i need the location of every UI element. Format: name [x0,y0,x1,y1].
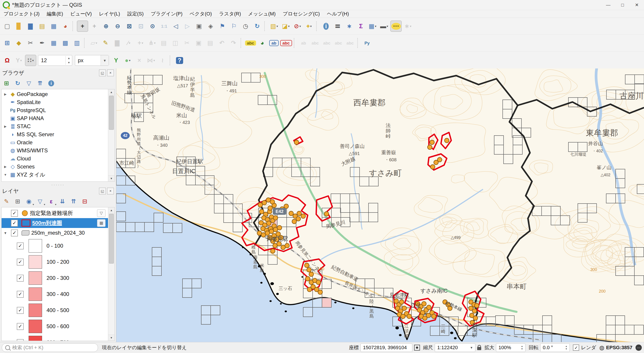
add-group-button[interactable]: ⊞ [13,197,22,206]
processing-toolbox-button[interactable]: ∗ [344,21,355,32]
legend-class-row[interactable]: ✓100 - 200 [2,254,114,270]
menu-item[interactable]: 設定(S) [124,10,147,18]
new-project-button[interactable]: ▢ [2,21,12,32]
minimize-button[interactable]: — [601,0,616,10]
zoom-last-button[interactable]: ◁ [170,21,181,32]
scroll-thumb[interactable] [109,214,114,263]
rotation-spinbox[interactable]: 0.0 ° ▲▼ [540,343,570,352]
browser-item-cloud[interactable]: ☁Cloud [2,155,114,163]
class-checkbox[interactable]: ✓ [17,242,24,249]
dropdown-arrow-icon[interactable]: ▾ [20,59,22,62]
new-print-layout-button[interactable]: ▤ [37,21,48,32]
crs-value[interactable]: EPSG:3857 [606,345,632,350]
pan-map-button[interactable]: + [77,21,88,32]
map-canvas[interactable]: E4242西牟婁郡すさみ町古座川町東牟婁郡串本町日置川IC椿駅塩津山△517三舞… [116,69,644,342]
dropdown-arrow-icon[interactable]: ▾ [44,203,45,206]
menu-item[interactable]: メッシュ(M) [245,10,279,18]
dropdown-arrow-icon[interactable]: ▾ [96,41,97,45]
collapse-all-button[interactable]: ⇈ [35,79,45,88]
spin-down-icon[interactable]: ▼ [565,348,567,350]
locator-search-input[interactable]: 検索 (Ctrl + K) [2,343,98,352]
layers-close-icon[interactable]: × [107,188,114,194]
spin-up-icon[interactable]: ▲ [521,345,523,348]
add-selected-layers-button[interactable]: ⊞ [2,79,11,88]
new-spatialite-layer-button[interactable]: ✒ [37,38,48,48]
zoom-out-button[interactable]: ⊖ [112,21,123,32]
filter-legend-button[interactable]: ▽▾ [35,197,45,206]
layer-checkbox[interactable]: ✓ [11,229,18,236]
open-layer-styling-button[interactable]: ✎ [2,197,11,206]
scroll-down-icon[interactable]: ▼ [108,335,114,341]
new-spatial-bookmark-button[interactable]: ⚑ [217,21,228,32]
manage-map-themes-button[interactable]: ◉▾ [24,197,34,206]
menu-item[interactable]: プラグイン(P) [147,10,186,18]
memory-layer-indicator-icon[interactable]: ▦ [97,219,106,227]
magnifier-spinbox[interactable]: 100% ▲▼ [496,343,526,352]
layer-item-250m-mesh[interactable]: ▼ ✓ 250m_mesh_2024_30 [2,228,114,238]
collapse-all-layers-button[interactable]: ⇈ [69,197,78,206]
layer-item-500m-reach[interactable]: ✓ 500m到達圏 ▦ [2,218,114,228]
dropdown-arrow-icon[interactable]: ▾ [410,24,412,28]
show-statistics-button[interactable]: Σ [356,21,366,32]
legend-class-row[interactable]: ✓600 - 700 [2,334,114,341]
messages-icon[interactable]: ⋯ [636,344,642,351]
legend-class-row[interactable]: ✓300 - 400 [2,286,114,302]
dropdown-arrow-icon[interactable]: ▾ [129,41,130,45]
class-checkbox[interactable]: ✓ [17,339,24,341]
snap-tolerance-spinbox[interactable]: 12▲▼ [38,55,72,66]
expander-icon[interactable]: ▶ [2,125,9,128]
scale-combobox[interactable]: 1:122420 ▼ [435,343,476,352]
class-checkbox[interactable]: ✓ [17,259,24,265]
maximize-button[interactable]: □ [616,0,630,10]
layers-float-icon[interactable]: ◱ [99,188,106,194]
new-shapefile-layer-button[interactable]: ✂ [25,38,36,48]
browser-close-icon[interactable]: × [107,70,114,76]
select-features-by-value-button[interactable]: ◪▾ [280,21,291,32]
open-project-button[interactable]: ▉ [14,21,24,32]
expander-icon[interactable]: ▼ [2,231,9,235]
open-attribute-table-button[interactable]: ▦▾ [367,21,378,32]
legend-class-row[interactable]: ✓500 - 600 [2,318,114,334]
filter-browser-button[interactable]: ▽ [24,79,34,88]
menu-item[interactable]: ベクタ(O) [186,10,215,18]
class-checkbox[interactable]: ✓ [17,307,24,314]
dropdown-arrow-icon[interactable]: ▾ [32,59,34,62]
dropdown-arrow-icon[interactable]: ▾ [154,59,155,62]
dropdown-arrow-icon[interactable]: ▾ [288,24,290,28]
menu-item[interactable]: レイヤ(L) [95,10,124,18]
expander-icon[interactable]: ▶ [2,165,9,168]
layers-scrollbar[interactable]: ▲ ▼ [108,207,114,341]
browser-item-stac[interactable]: ▶≣STAC [2,122,114,130]
browser-item-wms-wmts[interactable]: ◍WMS/WMTS [2,147,114,155]
pin-labels-button[interactable]: ab [268,38,279,48]
zoom-to-layer-button[interactable]: ⊙ [147,21,158,32]
dropdown-arrow-icon[interactable]: ▾ [375,24,376,28]
topological-editing-button[interactable]: Y [111,55,122,66]
class-checkbox[interactable]: ✓ [17,275,24,282]
dropdown-arrow-icon[interactable]: ▾ [386,24,388,28]
layout-manager-button[interactable]: ▦ [48,21,59,32]
new-3d-map-view-button[interactable]: ◈ [205,21,216,32]
new-geopackage-layer-button[interactable]: ◆ [14,38,24,48]
class-checkbox[interactable]: ✓ [17,291,24,298]
lock-scale-icon[interactable] [477,347,481,350]
show-bookmarks-button[interactable]: ⚐ [228,21,239,32]
dropdown-arrow-icon[interactable]: ▾ [310,24,312,28]
layer-checkbox[interactable]: ✓ [11,220,18,227]
layer-labeling-options-button[interactable]: abc [245,38,256,48]
render-checkbox[interactable]: ✓ [573,344,579,351]
new-gpx-layer-button[interactable]: ▩ [60,38,71,48]
spin-down-icon[interactable]: ▼ [66,60,72,65]
close-button[interactable]: ✕ [630,0,644,10]
dropdown-arrow-icon[interactable]: ▾ [33,203,34,206]
dropdown-arrow-icon[interactable]: ▾ [276,24,278,28]
zoom-in-button[interactable]: ⊕ [100,21,111,32]
menu-item[interactable]: プロジェクト(J) [0,10,43,18]
spin-up-icon[interactable]: ▲ [66,56,72,60]
select-features-button[interactable]: ▧▾ [269,21,280,32]
refresh-map-button[interactable]: ↻ [252,21,262,32]
expand-all-button[interactable]: ⇊ [58,197,67,206]
dock-divider[interactable]: ······ [0,183,116,187]
layer-checkbox[interactable]: ✓ [11,210,18,217]
browser-item-ms-sql-server[interactable]: ◗MS SQL Server [2,130,114,138]
